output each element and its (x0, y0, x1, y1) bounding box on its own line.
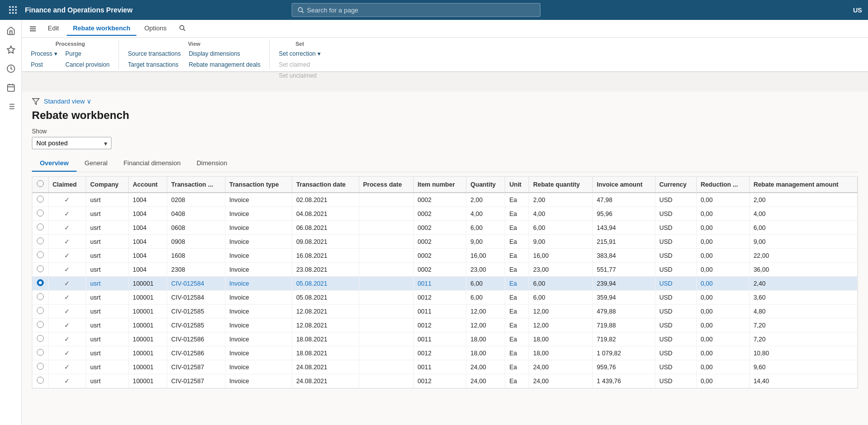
row-selector-cell[interactable] (32, 319, 48, 332)
row-selector-cell[interactable] (32, 360, 48, 374)
row-selector[interactable] (37, 377, 44, 384)
tab-options[interactable]: Options (138, 21, 173, 36)
col-header-transaction-type[interactable]: Transaction type (225, 177, 292, 193)
col-header-reduction[interactable]: Reduction ... (696, 177, 749, 193)
purge-button[interactable]: Purge (62, 49, 112, 59)
hamburger-menu[interactable] (26, 22, 40, 36)
row-selector[interactable] (37, 293, 44, 300)
display-dimensions-button[interactable]: Display dimensions (186, 49, 263, 59)
col-header-rebate-quantity[interactable]: Rebate quantity (529, 177, 593, 193)
table-cell: USD (655, 319, 696, 332)
col-header-account[interactable]: Account (128, 177, 167, 193)
table-row[interactable]: ✓usrt10040608Invoice06.08.202100026,00Ea… (32, 221, 858, 235)
row-selector[interactable] (37, 251, 44, 258)
data-table-container: Claimed Company Account Transaction ... … (32, 176, 858, 389)
table-row[interactable]: ✓usrt100001CIV-012585Invoice12.08.202100… (32, 319, 858, 332)
row-selector-cell[interactable] (32, 277, 48, 291)
table-cell: 2,40 (749, 277, 857, 291)
table-row[interactable]: ✓usrt10040408Invoice04.08.202100024,00Ea… (32, 207, 858, 221)
target-transactions-button[interactable]: Target transactions (125, 60, 184, 70)
col-header-process-date[interactable]: Process date (359, 177, 414, 193)
sidebar-star-icon[interactable] (2, 41, 20, 59)
tab-financial-dimension[interactable]: Financial dimension (115, 155, 189, 172)
apps-icon[interactable] (6, 5, 20, 14)
row-selector-cell[interactable] (32, 374, 48, 388)
ribbon-col-right: Purge Cancel provision (62, 49, 112, 70)
page-area: Standard view ∨ Rebate workbench Show No… (22, 92, 868, 425)
row-selector-cell[interactable] (32, 305, 48, 319)
row-selector-cell[interactable] (32, 249, 48, 263)
table-row[interactable]: ✓usrt100001CIV-012586Invoice18.08.202100… (32, 346, 858, 360)
row-selector[interactable] (37, 196, 44, 203)
col-header-unit[interactable]: Unit (505, 177, 529, 193)
set-unclaimed-button[interactable]: Set unclaimed (276, 71, 324, 81)
select-all-checkbox[interactable] (37, 180, 44, 187)
sidebar-list-icon[interactable] (2, 98, 20, 115)
show-select[interactable]: Not posted All Posted (32, 137, 111, 149)
table-row[interactable]: ✓usrt10042308Invoice23.08.2021000223,00E… (32, 263, 858, 277)
table-row[interactable]: ✓usrt100001CIV-012584Invoice05.08.202100… (32, 291, 858, 305)
ribbon-search-icon[interactable] (175, 22, 190, 35)
col-header-quantity[interactable]: Quantity (466, 177, 505, 193)
table-row[interactable]: ✓usrt10041608Invoice16.08.2021000216,00E… (32, 249, 858, 263)
row-selector[interactable] (37, 321, 44, 328)
row-selector[interactable] (37, 210, 44, 216)
row-selector[interactable] (37, 349, 44, 356)
col-header-transaction-num[interactable]: Transaction ... (167, 177, 225, 193)
tab-overview[interactable]: Overview (32, 155, 77, 172)
table-row[interactable]: ✓usrt100001CIV-012587Invoice24.08.202100… (32, 360, 858, 374)
table-row[interactable]: ✓usrt10040208Invoice02.08.202100022,00Ea… (32, 193, 858, 207)
row-selector[interactable] (37, 307, 44, 314)
set-correction-button[interactable]: Set correction ▾ (276, 49, 324, 59)
view-selector-chevron: ∨ (87, 98, 92, 105)
process-button[interactable]: Process ▾ (28, 49, 60, 59)
row-selector[interactable] (37, 363, 44, 370)
view-selector[interactable]: Standard view ∨ (44, 98, 92, 105)
col-header-item-number[interactable]: Item number (414, 177, 466, 193)
table-cell: usrt (86, 305, 128, 319)
table-cell (359, 249, 414, 263)
col-header-rebate-management-amount[interactable]: Rebate management amount (749, 177, 857, 193)
set-claimed-button[interactable]: Set claimed (276, 60, 324, 70)
row-selector-cell[interactable] (32, 235, 48, 249)
row-selector-cell[interactable] (32, 207, 48, 221)
cancel-provision-button[interactable]: Cancel provision (62, 60, 112, 70)
post-button[interactable]: Post (28, 60, 60, 70)
global-search[interactable]: Search for a page (292, 3, 541, 17)
tab-dimension[interactable]: Dimension (189, 155, 235, 172)
row-selector-cell[interactable] (32, 346, 48, 360)
row-selector-cell[interactable] (32, 193, 48, 207)
sidebar-home-icon[interactable] (2, 22, 20, 40)
col-header-currency[interactable]: Currency (655, 177, 696, 193)
col-header-company[interactable]: Company (86, 177, 128, 193)
table-row[interactable]: ✓usrt10040908Invoice09.08.202100029,00Ea… (32, 235, 858, 249)
tab-edit[interactable]: Edit (42, 21, 65, 36)
table-cell: 719,82 (593, 332, 655, 346)
tab-general[interactable]: General (77, 155, 115, 172)
row-selector[interactable] (37, 335, 44, 342)
row-selector-cell[interactable] (32, 263, 48, 277)
col-header-invoice-amount[interactable]: Invoice amount (593, 177, 655, 193)
row-selector-cell[interactable] (32, 291, 48, 305)
col-header-claimed[interactable]: Claimed (48, 177, 86, 193)
table-cell: Invoice (225, 305, 292, 319)
filter-icon[interactable] (32, 98, 40, 107)
tab-rebate-workbench[interactable]: Rebate workbench (67, 21, 136, 36)
sidebar-calendar-icon[interactable] (2, 79, 20, 97)
rebate-management-deals-button[interactable]: Rebate management deals (186, 60, 263, 70)
row-selector[interactable] (37, 279, 44, 286)
table-row[interactable]: ✓usrt100001CIV-012587Invoice24.08.202100… (32, 374, 858, 388)
source-transactions-button[interactable]: Source transactions (125, 49, 184, 59)
row-selector[interactable] (37, 265, 44, 272)
table-row[interactable]: ✓usrt100001CIV-012586Invoice18.08.202100… (32, 332, 858, 346)
col-header-transaction-date[interactable]: Transaction date (292, 177, 359, 193)
row-selector[interactable] (37, 223, 44, 230)
table-row[interactable]: ✓usrt100001CIV-012584Invoice05.08.202100… (32, 277, 858, 291)
row-selector-cell[interactable] (32, 332, 48, 346)
table-cell: 359,94 (593, 291, 655, 305)
table-row[interactable]: ✓usrt100001CIV-012585Invoice12.08.202100… (32, 305, 858, 319)
row-selector-cell[interactable] (32, 221, 48, 235)
sidebar-recent-icon[interactable] (2, 60, 20, 78)
row-selector[interactable] (37, 237, 44, 244)
show-select-container: Not posted All Posted ▾ (32, 137, 111, 149)
